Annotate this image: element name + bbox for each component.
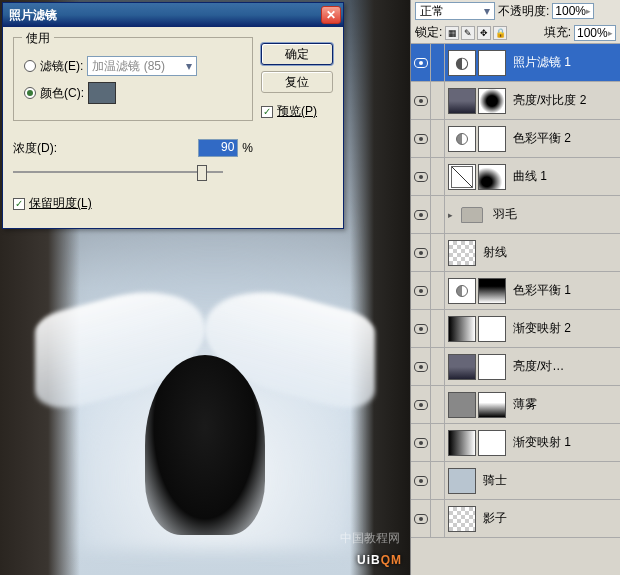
layer-row[interactable]: 曲线 1 bbox=[411, 158, 620, 196]
expand-icon[interactable]: ▸ bbox=[445, 210, 455, 220]
visibility-toggle[interactable] bbox=[411, 310, 431, 347]
layer-row[interactable]: 渐变映射 1 bbox=[411, 424, 620, 462]
filter-radio[interactable] bbox=[24, 60, 36, 72]
dialog-title: 照片滤镜 bbox=[9, 7, 321, 24]
layer-thumb[interactable] bbox=[448, 240, 476, 266]
layer-name[interactable]: 色彩平衡 1 bbox=[509, 282, 620, 299]
ok-button[interactable]: 确定 bbox=[261, 43, 333, 65]
visibility-toggle[interactable] bbox=[411, 44, 431, 81]
layer-thumb[interactable] bbox=[478, 316, 506, 342]
visibility-toggle[interactable] bbox=[411, 348, 431, 385]
link-column[interactable] bbox=[431, 272, 445, 309]
layer-name[interactable]: 影子 bbox=[479, 510, 620, 527]
lock-all-icon[interactable]: 🔒 bbox=[493, 26, 507, 40]
color-radio[interactable] bbox=[24, 87, 36, 99]
layer-thumb[interactable] bbox=[478, 50, 506, 76]
visibility-toggle[interactable] bbox=[411, 462, 431, 499]
eye-icon bbox=[414, 248, 428, 258]
preserve-luminosity-checkbox[interactable] bbox=[13, 198, 25, 210]
layer-thumb[interactable] bbox=[478, 164, 506, 190]
layer-thumb[interactable] bbox=[458, 202, 486, 228]
layer-name[interactable]: 渐变映射 2 bbox=[509, 320, 620, 337]
preview-checkbox[interactable] bbox=[261, 106, 273, 118]
layer-name[interactable]: 渐变映射 1 bbox=[509, 434, 620, 451]
layer-thumb[interactable] bbox=[448, 88, 476, 114]
link-column[interactable] bbox=[431, 196, 445, 233]
layer-name[interactable]: 射线 bbox=[479, 244, 620, 261]
layer-thumb[interactable] bbox=[478, 126, 506, 152]
layer-row[interactable]: 骑士 bbox=[411, 462, 620, 500]
layer-list[interactable]: 照片滤镜 1亮度/对比度 2色彩平衡 2曲线 1▸羽毛射线色彩平衡 1渐变映射 … bbox=[411, 44, 620, 575]
layer-thumb[interactable] bbox=[448, 126, 476, 152]
layer-row[interactable]: 色彩平衡 1 bbox=[411, 272, 620, 310]
layer-row[interactable]: 亮度/对比度 2 bbox=[411, 82, 620, 120]
layer-row[interactable]: 亮度/对… bbox=[411, 348, 620, 386]
layer-thumb[interactable] bbox=[478, 278, 506, 304]
layer-row[interactable]: 照片滤镜 1 bbox=[411, 44, 620, 82]
visibility-toggle[interactable] bbox=[411, 386, 431, 423]
layer-thumb[interactable] bbox=[448, 316, 476, 342]
link-column[interactable] bbox=[431, 310, 445, 347]
layer-thumbs bbox=[445, 164, 509, 190]
link-column[interactable] bbox=[431, 348, 445, 385]
visibility-toggle[interactable] bbox=[411, 234, 431, 271]
link-column[interactable] bbox=[431, 462, 445, 499]
link-column[interactable] bbox=[431, 158, 445, 195]
layer-name[interactable]: 照片滤镜 1 bbox=[509, 54, 620, 71]
layer-name[interactable]: 曲线 1 bbox=[509, 168, 620, 185]
layer-thumb[interactable] bbox=[448, 164, 476, 190]
layer-row[interactable]: 渐变映射 2 bbox=[411, 310, 620, 348]
layer-thumb[interactable] bbox=[448, 392, 476, 418]
visibility-toggle[interactable] bbox=[411, 424, 431, 461]
link-column[interactable] bbox=[431, 82, 445, 119]
layer-thumb[interactable] bbox=[448, 506, 476, 532]
layer-name[interactable]: 骑士 bbox=[479, 472, 620, 489]
visibility-toggle[interactable] bbox=[411, 196, 431, 233]
link-column[interactable] bbox=[431, 386, 445, 423]
link-column[interactable] bbox=[431, 234, 445, 271]
layer-name[interactable]: 亮度/对… bbox=[509, 358, 620, 375]
layer-thumb[interactable] bbox=[448, 278, 476, 304]
layer-name[interactable]: 色彩平衡 2 bbox=[509, 130, 620, 147]
opacity-input[interactable]: 100% bbox=[552, 3, 594, 19]
eye-icon bbox=[414, 210, 428, 220]
link-column[interactable] bbox=[431, 120, 445, 157]
layer-thumb[interactable] bbox=[448, 468, 476, 494]
layer-row[interactable]: 影子 bbox=[411, 500, 620, 538]
link-column[interactable] bbox=[431, 500, 445, 537]
blend-mode-select[interactable]: 正常 bbox=[415, 2, 495, 20]
layer-name[interactable]: 薄雾 bbox=[509, 396, 620, 413]
layer-name[interactable]: 羽毛 bbox=[489, 206, 620, 223]
layer-row[interactable]: ▸羽毛 bbox=[411, 196, 620, 234]
visibility-toggle[interactable] bbox=[411, 272, 431, 309]
dialog-titlebar[interactable]: 照片滤镜 ✕ bbox=[3, 3, 343, 27]
density-slider[interactable] bbox=[13, 163, 223, 181]
link-column[interactable] bbox=[431, 424, 445, 461]
fill-input[interactable]: 100% bbox=[574, 25, 616, 41]
layer-thumb[interactable] bbox=[478, 354, 506, 380]
layer-thumb[interactable] bbox=[478, 392, 506, 418]
lock-transparency-icon[interactable]: ▦ bbox=[445, 26, 459, 40]
layer-thumb[interactable] bbox=[478, 430, 506, 456]
reset-button[interactable]: 复位 bbox=[261, 71, 333, 93]
slider-thumb[interactable] bbox=[197, 165, 207, 181]
layer-thumb[interactable] bbox=[448, 50, 476, 76]
visibility-toggle[interactable] bbox=[411, 158, 431, 195]
color-swatch[interactable] bbox=[88, 82, 116, 104]
visibility-toggle[interactable] bbox=[411, 120, 431, 157]
layer-name[interactable]: 亮度/对比度 2 bbox=[509, 92, 620, 109]
layer-row[interactable]: 色彩平衡 2 bbox=[411, 120, 620, 158]
link-column[interactable] bbox=[431, 44, 445, 81]
density-input[interactable]: 90 bbox=[198, 139, 238, 157]
layer-thumb[interactable] bbox=[448, 430, 476, 456]
layer-thumb[interactable] bbox=[448, 354, 476, 380]
layer-thumb[interactable] bbox=[478, 88, 506, 114]
lock-paint-icon[interactable]: ✎ bbox=[461, 26, 475, 40]
close-button[interactable]: ✕ bbox=[321, 6, 341, 24]
visibility-toggle[interactable] bbox=[411, 500, 431, 537]
lock-move-icon[interactable]: ✥ bbox=[477, 26, 491, 40]
visibility-toggle[interactable] bbox=[411, 82, 431, 119]
filter-select[interactable]: 加温滤镜 (85) bbox=[87, 56, 197, 76]
layer-row[interactable]: 薄雾 bbox=[411, 386, 620, 424]
layer-row[interactable]: 射线 bbox=[411, 234, 620, 272]
